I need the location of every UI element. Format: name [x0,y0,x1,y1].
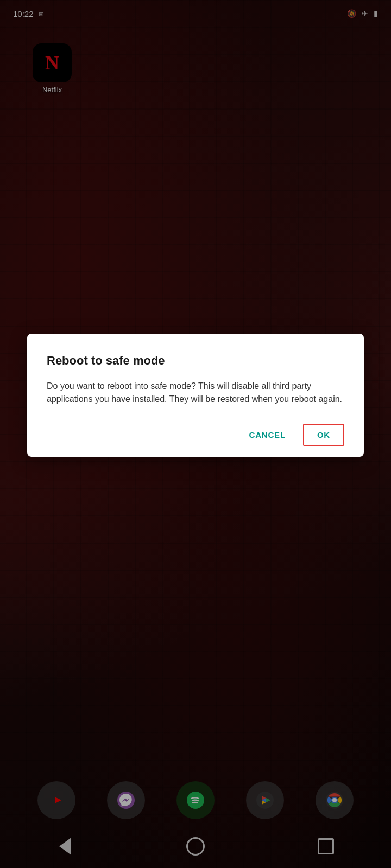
dialog-title: Reboot to safe mode [47,353,344,369]
cancel-button[interactable]: CANCEL [236,424,299,446]
reboot-safe-mode-dialog: Reboot to safe mode Do you want to reboo… [27,334,364,457]
dialog-overlay: Reboot to safe mode Do you want to reboo… [0,0,391,868]
dialog-body: Do you want to reboot into safe mode? Th… [47,380,344,407]
ok-button[interactable]: OK [303,424,344,446]
dialog-actions: CANCEL OK [47,424,344,446]
